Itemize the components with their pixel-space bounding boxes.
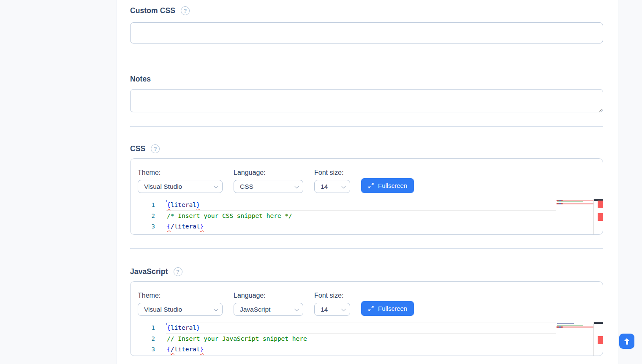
css-section-label: CSS bbox=[130, 144, 145, 153]
overview-ruler[interactable] bbox=[593, 199, 603, 234]
theme-select-value: Visual Studio bbox=[144, 306, 182, 313]
minimap-line bbox=[556, 201, 593, 203]
minimap[interactable] bbox=[556, 322, 593, 356]
theme-select[interactable]: Visual Studio bbox=[138, 180, 223, 193]
css-code-editor[interactable]: 123 {literal}/* Insert your CSS snippet … bbox=[131, 199, 603, 234]
arrow-up-icon bbox=[624, 338, 630, 341]
language-select-value: JavaScript bbox=[240, 306, 270, 313]
expand-arrows-icon bbox=[368, 182, 374, 189]
arrow-up-icon-shaft bbox=[626, 341, 628, 345]
minimap-line bbox=[556, 326, 593, 328]
chevron-down-icon bbox=[214, 306, 218, 311]
font-size-label: Font size: bbox=[314, 169, 350, 177]
code-line: {/literal} bbox=[166, 221, 556, 232]
error-marker bbox=[598, 213, 603, 221]
chevron-down-icon bbox=[341, 306, 346, 311]
code-line: {literal} bbox=[166, 200, 556, 211]
code-line: /* Insert your CSS snippet here */ bbox=[166, 211, 556, 222]
chevron-down-icon bbox=[294, 183, 299, 188]
javascript-code-editor[interactable]: 123 {literal}// Insert your JavaScript s… bbox=[131, 322, 603, 356]
expand-arrows-icon bbox=[368, 305, 374, 312]
javascript-heading-row: JavaScript ? bbox=[130, 266, 603, 277]
language-select-value: CSS bbox=[240, 183, 253, 190]
line-number: 3 bbox=[131, 221, 155, 232]
theme-control: Theme: Visual Studio bbox=[138, 169, 223, 193]
theme-label: Theme: bbox=[138, 292, 223, 299]
error-marker bbox=[598, 336, 603, 344]
custom-css-input[interactable] bbox=[130, 22, 603, 43]
help-icon[interactable]: ? bbox=[181, 6, 190, 15]
settings-form: Custom CSS ? Notes CSS ? Theme: Visual S… bbox=[117, 0, 618, 364]
minimap-line bbox=[556, 325, 593, 326]
line-number: 2 bbox=[131, 211, 155, 222]
css-editor-panel: Theme: Visual Studio Language: CSS Font … bbox=[130, 158, 603, 235]
code-line: {/literal} bbox=[166, 344, 556, 355]
line-number: 2 bbox=[131, 334, 155, 345]
font-size-label: Font size: bbox=[314, 292, 350, 299]
notes-textarea[interactable] bbox=[130, 89, 603, 112]
javascript-editor-panel: Theme: Visual Studio Language: JavaScrip… bbox=[130, 281, 603, 356]
theme-select-value: Visual Studio bbox=[144, 183, 182, 190]
font-size-select-value: 14 bbox=[321, 306, 328, 313]
overview-ruler[interactable] bbox=[593, 322, 603, 356]
css-editor-controls: Theme: Visual Studio Language: CSS Font … bbox=[131, 159, 603, 193]
font-size-select[interactable]: 14 bbox=[314, 180, 350, 193]
section-divider bbox=[130, 58, 603, 58]
theme-control: Theme: Visual Studio bbox=[138, 292, 223, 316]
scroll-to-top-button[interactable] bbox=[619, 334, 634, 349]
line-numbers: 123 bbox=[131, 199, 166, 234]
fullscreen-button[interactable]: Fullscreen bbox=[361, 178, 414, 193]
line-number: 1 bbox=[131, 323, 155, 334]
fullscreen-button-label: Fullscreen bbox=[378, 182, 407, 189]
language-select[interactable]: CSS bbox=[234, 180, 303, 193]
line-number: 3 bbox=[131, 344, 155, 355]
right-margin-rail bbox=[618, 0, 642, 364]
fullscreen-button[interactable]: Fullscreen bbox=[361, 301, 414, 316]
font-size-select-value: 14 bbox=[321, 183, 328, 190]
font-size-select[interactable]: 14 bbox=[314, 303, 350, 316]
language-control: Language: JavaScript bbox=[234, 292, 303, 316]
code-line: // Insert your JavaScript snippet here bbox=[166, 334, 556, 345]
language-label: Language: bbox=[234, 169, 303, 177]
font-size-control: Font size: 14 bbox=[314, 292, 350, 316]
minimap-line bbox=[556, 200, 593, 201]
left-margin-rail bbox=[0, 0, 117, 364]
javascript-section-label: JavaScript bbox=[130, 267, 168, 276]
section-divider bbox=[130, 126, 603, 127]
minimap[interactable] bbox=[556, 199, 593, 234]
fullscreen-button-label: Fullscreen bbox=[378, 305, 407, 312]
ruler-cursor-marker bbox=[594, 322, 603, 324]
help-icon[interactable]: ? bbox=[174, 267, 182, 276]
code-lines[interactable]: {literal}// Insert your JavaScript snipp… bbox=[166, 322, 556, 356]
notes-heading-row: Notes bbox=[130, 74, 603, 84]
chevron-down-icon bbox=[214, 183, 218, 188]
help-icon[interactable]: ? bbox=[151, 144, 160, 153]
css-heading-row: CSS ? bbox=[130, 144, 603, 154]
chevron-down-icon bbox=[341, 183, 346, 188]
code-lines[interactable]: {literal}/* Insert your CSS snippet here… bbox=[166, 199, 556, 234]
font-size-control: Font size: 14 bbox=[314, 169, 350, 193]
chevron-down-icon bbox=[294, 306, 299, 311]
theme-label: Theme: bbox=[138, 169, 223, 177]
minimap-line bbox=[556, 323, 593, 324]
error-marker bbox=[598, 201, 603, 208]
language-label: Language: bbox=[234, 292, 303, 299]
theme-select[interactable]: Visual Studio bbox=[138, 303, 223, 316]
custom-css-heading-row: Custom CSS ? bbox=[130, 5, 603, 16]
code-line: {literal} bbox=[166, 323, 556, 334]
line-numbers: 123 bbox=[131, 322, 166, 356]
line-number: 1 bbox=[131, 200, 155, 211]
javascript-editor-controls: Theme: Visual Studio Language: JavaScrip… bbox=[131, 282, 603, 316]
notes-label: Notes bbox=[130, 75, 151, 84]
minimap-line bbox=[556, 203, 593, 204]
section-divider bbox=[130, 248, 603, 249]
language-control: Language: CSS bbox=[234, 169, 303, 193]
language-select[interactable]: JavaScript bbox=[234, 303, 303, 316]
custom-css-label: Custom CSS bbox=[130, 6, 175, 15]
